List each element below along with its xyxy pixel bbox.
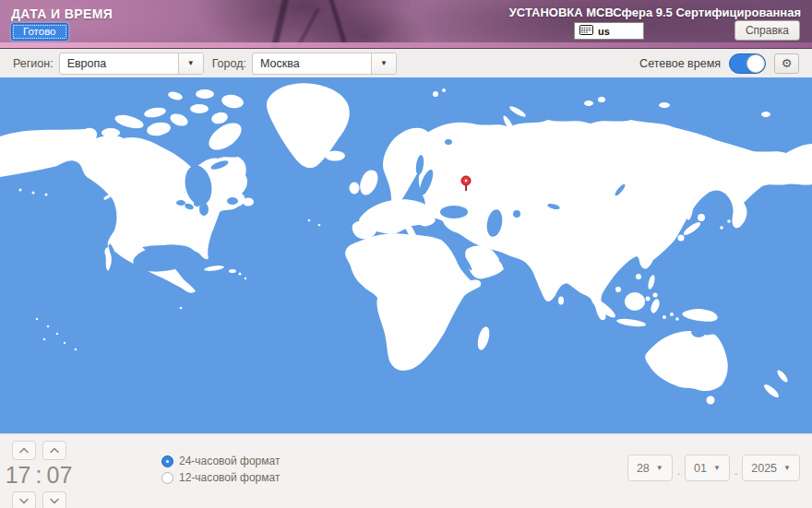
chevron-down-icon xyxy=(49,498,60,504)
time-spinner: 17 : 07 xyxy=(11,441,66,508)
year-value: 2025 xyxy=(751,462,777,475)
date-separator: . xyxy=(734,465,737,478)
city-label: Город: xyxy=(212,57,246,70)
year-dropdown[interactable]: 2025 ▼ xyxy=(742,455,800,481)
header-banner: ДАТА И ВРЕМЯ Готово УСТАНОВКА МСВСфера 9… xyxy=(0,0,812,49)
date-separator: . xyxy=(677,465,680,478)
installer-window: ДАТА И ВРЕМЯ Готово УСТАНОВКА МСВСфера 9… xyxy=(0,0,812,508)
hours-up-button[interactable] xyxy=(12,441,36,460)
hours-down-button[interactable] xyxy=(12,491,36,508)
time-minutes: 07 xyxy=(46,462,72,489)
network-time-toggle[interactable] xyxy=(729,53,766,74)
time-hours: 17 xyxy=(6,462,31,489)
keyboard-icon xyxy=(579,25,593,37)
month-dropdown[interactable]: 01 ▼ xyxy=(685,455,730,481)
timezone-toolbar: Регион: Европа ▼ Город: Москва ▼ Сетевое… xyxy=(0,49,812,77)
chevron-down-icon: ▼ xyxy=(656,464,663,472)
radio-selected-icon[interactable] xyxy=(161,455,173,467)
datetime-footer: 17 : 07 24-часовой формат 12-часовой фо xyxy=(0,433,812,508)
install-title: УСТАНОВКА МСВСфера 9.5 Сертифицированная xyxy=(509,6,801,19)
city-combobox[interactable]: Москва ▼ xyxy=(252,53,397,75)
ntp-settings-button[interactable]: ⚙ xyxy=(774,53,799,74)
done-button[interactable]: Готово xyxy=(11,23,68,41)
help-button[interactable]: Справка xyxy=(734,20,800,41)
chevron-down-icon: ▼ xyxy=(713,464,721,472)
region-combobox[interactable]: Европа ▼ xyxy=(59,53,204,75)
chevron-up-icon xyxy=(18,447,30,454)
city-value[interactable]: Москва xyxy=(253,53,371,74)
date-selectors: 28 ▼ . 01 ▼ . 2025 ▼ xyxy=(627,455,800,481)
world-map[interactable] xyxy=(0,77,812,433)
time-format-group: 24-часовой формат 12-часовой формат xyxy=(161,455,280,484)
landmasses[interactable] xyxy=(0,83,812,404)
day-value: 28 xyxy=(637,462,650,475)
minutes-up-button[interactable] xyxy=(42,441,66,460)
chevron-down-icon xyxy=(18,498,30,504)
radio-12h-format[interactable]: 12-часовой формат xyxy=(161,471,280,484)
keyboard-layout-code: us xyxy=(598,26,610,37)
chevron-down-icon[interactable]: ▼ xyxy=(371,53,396,74)
header-art-stroke xyxy=(326,0,346,43)
region-value[interactable]: Европа xyxy=(60,53,178,74)
keyboard-layout-indicator[interactable]: us xyxy=(574,22,644,40)
radio-12h-label: 12-часовой формат xyxy=(179,471,280,484)
header-art-pink-strip xyxy=(0,42,812,48)
radio-24h-label: 24-часовой формат xyxy=(179,455,280,467)
minutes-down-button[interactable] xyxy=(42,491,66,508)
chevron-up-icon xyxy=(49,447,60,454)
timezone-map[interactable] xyxy=(0,77,812,433)
time-separator: : xyxy=(36,462,42,489)
chevron-down-icon[interactable]: ▼ xyxy=(178,53,203,74)
radio-unselected-icon[interactable] xyxy=(161,472,173,484)
month-value: 01 xyxy=(694,462,707,475)
day-dropdown[interactable]: 28 ▼ xyxy=(627,455,673,481)
radio-24h-format[interactable]: 24-часовой формат xyxy=(161,455,280,467)
gear-icon: ⚙ xyxy=(782,56,793,70)
network-time-group: Сетевое время ⚙ xyxy=(639,53,799,74)
network-time-label: Сетевое время xyxy=(639,57,721,70)
toggle-knob[interactable] xyxy=(746,54,765,73)
chevron-down-icon: ▼ xyxy=(783,464,791,472)
page-title: ДАТА И ВРЕМЯ xyxy=(11,6,113,21)
time-display: 17 : 07 xyxy=(11,462,66,489)
region-label: Регион: xyxy=(13,57,54,70)
